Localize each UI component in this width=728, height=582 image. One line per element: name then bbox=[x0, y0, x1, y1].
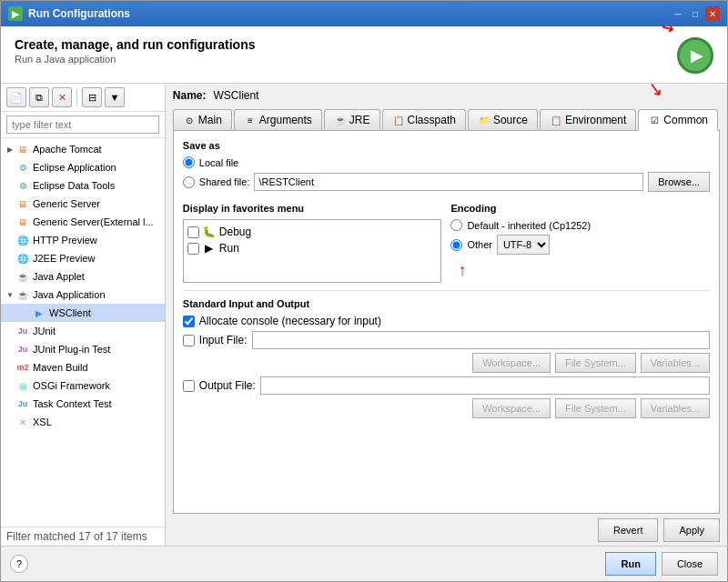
output-file-label: Output File: bbox=[199, 379, 256, 392]
window-icon: ▶ bbox=[8, 6, 23, 21]
tree-item-java-applet[interactable]: ▶ ☕ Java Applet bbox=[1, 267, 165, 286]
local-file-label: Local file bbox=[199, 157, 238, 168]
ws-icon: ▶ bbox=[32, 306, 46, 320]
tree-item-osgi[interactable]: ▶ ◎ OSGi Framework bbox=[1, 376, 165, 395]
collapse-button[interactable]: ⊟ bbox=[82, 87, 102, 107]
close-button[interactable]: Close bbox=[662, 552, 718, 576]
close-window-button[interactable]: ✕ bbox=[705, 6, 720, 21]
output-file-checkbox[interactable] bbox=[183, 380, 195, 392]
expand-arrow: ▶ bbox=[5, 235, 15, 246]
bottom-right: Run Close bbox=[605, 552, 718, 576]
tree-item-j2ee-preview[interactable]: ▶ 🌐 J2EE Preview bbox=[1, 249, 165, 267]
other-encoding-row: Other UTF-8 ↑ bbox=[450, 235, 710, 255]
maximize-button[interactable]: □ bbox=[688, 6, 703, 21]
tree-item-generic-server[interactable]: ▶ 🖥 Generic Server bbox=[1, 195, 165, 213]
osgi-icon: ◎ bbox=[15, 378, 30, 393]
tree-item-wsclient[interactable]: ▶ ▶ WSClient bbox=[1, 304, 165, 322]
tree-item-apache-tomcat[interactable]: ▶ 🖥 Apache Tomcat bbox=[1, 140, 165, 158]
tab-source[interactable]: 📁 Source bbox=[468, 109, 538, 130]
workspace-btn-2[interactable]: Workspace... bbox=[472, 398, 551, 418]
output-file-input[interactable] bbox=[260, 376, 710, 395]
input-file-checkbox[interactable] bbox=[183, 335, 195, 346]
other-encoding-radio[interactable] bbox=[450, 239, 462, 251]
tree-item-eclipse-data[interactable]: ▶ ⚙ Eclipse Data Tools bbox=[1, 176, 165, 195]
expand-arrow: ▶ bbox=[5, 344, 15, 355]
apply-button[interactable]: Apply bbox=[663, 518, 720, 542]
tab-main[interactable]: ⊙ Main bbox=[173, 109, 232, 130]
xsl-icon: ✕ bbox=[15, 415, 30, 429]
encoding-select[interactable]: UTF-8 bbox=[497, 235, 550, 255]
tab-label: Environment bbox=[565, 114, 626, 126]
browse-button[interactable]: Browse... bbox=[648, 172, 710, 192]
variables-btn-2[interactable]: Variables... bbox=[641, 398, 710, 418]
debug-checkbox[interactable] bbox=[187, 226, 199, 238]
tree-item-task-context[interactable]: ▶ Ju Task Context Test bbox=[1, 395, 165, 413]
tree-item-junit[interactable]: ▶ Ju JUnit bbox=[1, 322, 165, 340]
shared-file-input[interactable] bbox=[254, 173, 643, 191]
more-button[interactable]: ▼ bbox=[105, 87, 125, 107]
tab-jre[interactable]: ☕ JRE bbox=[324, 109, 380, 130]
local-file-radio[interactable] bbox=[183, 156, 195, 168]
variables-btn-1[interactable]: Variables... bbox=[641, 353, 710, 373]
java-icon: ☕ bbox=[15, 269, 30, 284]
sidebar: 📄 ⧉ ✕ ⊟ ▼ ▶ 🖥 Apache Tomcat ▶ bbox=[1, 84, 166, 546]
tab-environment[interactable]: 📋 Environment bbox=[540, 109, 636, 130]
tab-common[interactable]: ☑ Common ↘ bbox=[638, 109, 718, 131]
tree-label: Generic Server(External l... bbox=[33, 216, 154, 227]
tree-item-maven[interactable]: ▶ m2 Maven Build bbox=[1, 358, 165, 376]
tree-label: JUnit bbox=[33, 326, 56, 336]
debug-icon: 🐛 bbox=[203, 226, 216, 238]
server-icon: 🌐 bbox=[15, 251, 30, 266]
revert-button[interactable]: Revert bbox=[598, 518, 658, 542]
expand-arrow: ▶ bbox=[5, 216, 15, 227]
save-as-radio-group: Local file Shared file: Browse... bbox=[183, 156, 710, 192]
std-io-section: Standard Input and Output Allocate conso… bbox=[183, 298, 710, 418]
shared-file-row: Shared file: Browse... bbox=[183, 172, 710, 192]
run-button[interactable]: Run bbox=[605, 552, 655, 576]
new-config-button[interactable]: 📄 bbox=[6, 87, 26, 107]
tree-item-xsl[interactable]: ▶ ✕ XSL bbox=[1, 413, 165, 431]
action-row: Revert Apply bbox=[173, 514, 720, 542]
tab-content-common: Save as Local file Shared file: Browse..… bbox=[173, 131, 720, 514]
tree-item-http-preview[interactable]: ▶ 🌐 HTTP Preview bbox=[1, 231, 165, 249]
shared-file-radio[interactable] bbox=[183, 176, 195, 188]
server-icon: 🌐 bbox=[15, 233, 30, 247]
help-button[interactable]: ? bbox=[10, 555, 28, 573]
java-icon: ☕ bbox=[15, 287, 30, 302]
tree-label: WSClient bbox=[49, 307, 91, 318]
header-title: Create, manage, and run configurations bbox=[15, 37, 256, 52]
tree-label: J2EE Preview bbox=[33, 253, 95, 264]
allocate-console-checkbox[interactable] bbox=[183, 316, 195, 327]
duplicate-config-button[interactable]: ⧉ bbox=[29, 87, 49, 107]
tree-item-generic-server-ext[interactable]: ▶ 🖥 Generic Server(External l... bbox=[1, 213, 165, 231]
title-controls: ─ □ ✕ bbox=[671, 6, 720, 21]
tree-label: Apache Tomcat bbox=[33, 144, 102, 155]
tree-item-junit-plugin[interactable]: ▶ Ju JUnit Plug-in Test bbox=[1, 340, 165, 358]
tree-item-java-application[interactable]: ▼ ☕ Java Application bbox=[1, 286, 165, 304]
fav-run: ▶ Run bbox=[187, 240, 438, 256]
minimize-button[interactable]: ─ bbox=[671, 6, 685, 21]
server-icon: 🖥 bbox=[15, 215, 30, 229]
run-checkbox[interactable] bbox=[187, 243, 199, 255]
fav-debug: 🐛 Debug bbox=[187, 224, 438, 240]
output-btn-row: Workspace... File System... Variables... bbox=[183, 398, 710, 418]
filter-input[interactable] bbox=[6, 115, 159, 134]
tab-arguments[interactable]: ≡ Arguments bbox=[234, 109, 322, 130]
input-file-input[interactable] bbox=[252, 331, 710, 349]
file-system-btn-2[interactable]: File System... bbox=[555, 398, 636, 418]
tab-classpath[interactable]: 📋 Classpath bbox=[382, 109, 466, 130]
run-icon[interactable] bbox=[677, 37, 713, 74]
allocate-console-label: Allocate console (necessary for input) bbox=[199, 315, 381, 327]
file-system-btn-1[interactable]: File System... bbox=[555, 353, 636, 373]
delete-config-button[interactable]: ✕ bbox=[52, 87, 72, 107]
classpath-tab-icon: 📋 bbox=[392, 114, 405, 126]
default-encoding-radio[interactable] bbox=[450, 219, 462, 231]
workspace-btn-1[interactable]: Workspace... bbox=[472, 353, 551, 373]
tab-label: Main bbox=[198, 114, 222, 126]
tree-label: Eclipse Data Tools bbox=[33, 180, 115, 191]
junit-icon: Ju bbox=[15, 342, 30, 356]
expand-arrow: ▼ bbox=[5, 289, 15, 300]
favorites-section: Display in favorites menu 🐛 Debug ▶ Run bbox=[183, 203, 442, 283]
save-as-section: Save as Local file Shared file: Browse..… bbox=[183, 140, 710, 192]
tree-item-eclipse-app[interactable]: ▶ ⚙ Eclipse Application bbox=[1, 158, 165, 176]
